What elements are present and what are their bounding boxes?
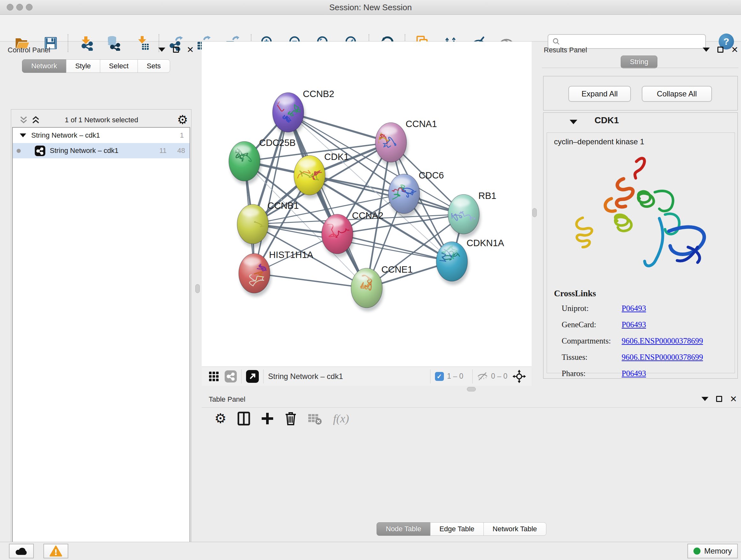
memory-status-dot [693,548,700,555]
cloud-icon [15,547,28,556]
float-panel-icon[interactable] [718,47,724,53]
network-node-CDC25B[interactable] [229,141,260,181]
node-label-RB1: RB1 [478,191,496,201]
open-in-new-window-icon[interactable] [246,370,259,383]
grid-mode-icon[interactable] [209,371,219,381]
crosslink-row: Tissues:9606.ENSP00000378699 [562,353,728,362]
crosslink-link[interactable]: P06493 [622,320,646,329]
network-type-icon [35,145,45,156]
float-panel-icon[interactable] [173,47,179,53]
delete-table-icon[interactable] [308,412,322,425]
tab-string[interactable]: String [621,56,657,68]
tab-select[interactable]: Select [100,59,138,73]
network-options-gear-icon[interactable]: ⚙ [177,113,188,127]
cloud-status-button[interactable] [9,544,34,558]
crosslink-link[interactable]: P06493 [622,369,646,378]
table-options-gear-icon[interactable]: ⚙ [214,411,226,426]
entry-name: CDK1 [595,115,619,125]
memory-label: Memory [704,547,732,556]
results-panel: Results Panel ✕ String Expand All Collap… [539,42,741,386]
panel-menu-icon[interactable] [158,48,165,52]
panel-menu-icon[interactable] [703,48,710,52]
warning-status-button[interactable] [44,544,68,558]
selected-count-checkbox[interactable]: ✓ [435,372,444,381]
table-tabs: Node TableEdge TableNetwork Table [377,522,546,536]
network-node-CCNE1[interactable] [351,268,382,308]
node-label-HIST1H1A: HIST1H1A [269,250,313,260]
table-panel: Table Panel ✕ ⚙ f(x) shared namenamecano… [202,393,741,540]
zoom-window-button[interactable] [26,4,32,10]
collapse-all-button[interactable]: Collapse All [642,86,712,102]
crosslinks-list: Uniprot:P06493GeneCard:P06493Compartment… [562,304,728,385]
hidden-counts: 0 – 0 [491,372,508,381]
crosslink-label: Uniprot: [562,304,622,313]
tab-edge-table[interactable]: Edge Table [430,522,484,536]
close-panel-icon[interactable]: ✕ [187,47,194,53]
network-node-count: 11 [159,146,166,155]
minimize-window-button[interactable] [16,4,23,10]
close-panel-icon[interactable]: ✕ [731,47,738,53]
network-canvas[interactable]: CCNB2CCNA1CDC25BCDK1CDC6RB1CCNB1CCNA2CDK… [202,42,532,367]
tab-style[interactable]: Style [66,59,100,73]
collection-count: 1 [180,131,184,139]
tab-network[interactable]: Network [22,59,66,73]
network-view-icon[interactable] [225,370,237,382]
hidden-eye-icon [477,372,488,381]
network-edge-CCNB2-HIST1H1A [254,112,288,273]
memory-button[interactable]: Memory [687,544,738,558]
node-label-CDC25B: CDC25B [259,138,295,148]
network-edge-CCNB2-CCNE1 [288,112,367,288]
crosslink-label: Tissues: [562,353,622,362]
birds-eye-view-icon[interactable] [513,370,526,383]
expand-all-button[interactable]: Expand All [568,86,631,102]
network-status-dot [17,149,21,153]
tab-network-table[interactable]: Network Table [483,522,546,536]
toolbar-separator [241,369,242,383]
create-column-icon[interactable] [261,412,274,425]
network-node-HIST1H1A[interactable] [239,253,270,293]
collection-name: String Network – cdk1 [31,131,100,139]
control-panel-tabs: NetworkStyleSelectSets [22,59,170,73]
crosslink-link[interactable]: P06493 [622,304,646,313]
toolbar-separator [430,369,430,383]
right-splitter-handle[interactable] [532,208,537,217]
float-panel-icon[interactable] [716,396,722,402]
control-panel-title: Control Panel [8,46,50,54]
collection-expander-icon[interactable] [20,133,26,137]
crosslink-row: GeneCard:P06493 [562,320,728,329]
status-bar: Memory [0,542,741,560]
network-name: String Network – cdk1 [50,146,118,155]
entry-detail-box: cyclin–dependent kinase 1 CrossLin [547,132,735,373]
node-label-CDKN1A: CDKN1A [467,238,504,248]
network-node-CDKN1A[interactable] [434,242,468,281]
network-node-CCNB2[interactable] [264,92,304,132]
control-panel: Control Panel ✕ NetworkStyleSelectSets 1… [3,42,195,532]
title-bar: Session: New Session [0,0,741,15]
delete-column-icon[interactable] [285,412,297,426]
panel-menu-icon[interactable] [701,397,709,401]
network-edge-count: 48 [178,146,185,155]
close-window-button[interactable] [7,4,13,10]
network-view-title: String Network – cdk1 [268,372,343,381]
left-splitter-handle[interactable] [195,284,200,293]
network-node-CCNA1[interactable] [375,123,407,162]
horizontal-splitter-handle[interactable] [467,387,476,391]
window-title: Session: New Session [0,0,741,15]
function-builder-icon[interactable]: f(x) [333,412,349,425]
network-collection-row[interactable]: String Network – cdk1 1 [13,128,190,143]
network-node-CDK1[interactable] [285,155,325,195]
node-label-CCNA1: CCNA1 [406,119,437,129]
tab-node-table[interactable]: Node Table [377,522,430,536]
crosslink-link[interactable]: 9606.ENSP00000378699 [622,353,703,362]
crosslink-label: Compartments: [562,336,622,346]
network-node-RB1[interactable] [448,194,479,234]
crosslink-label: GeneCard: [562,320,622,329]
crosslink-link[interactable]: 9606.ENSP00000378699 [622,336,703,346]
show-columns-icon[interactable] [238,412,250,426]
tab-sets[interactable]: Sets [138,59,170,73]
node-label-CCNB1: CCNB1 [267,200,299,211]
network-row[interactable]: String Network – cdk1 11 48 [13,143,190,159]
close-panel-icon[interactable]: ✕ [730,396,737,402]
toolbar-separator [472,369,473,383]
entry-expander-icon[interactable] [569,120,577,124]
